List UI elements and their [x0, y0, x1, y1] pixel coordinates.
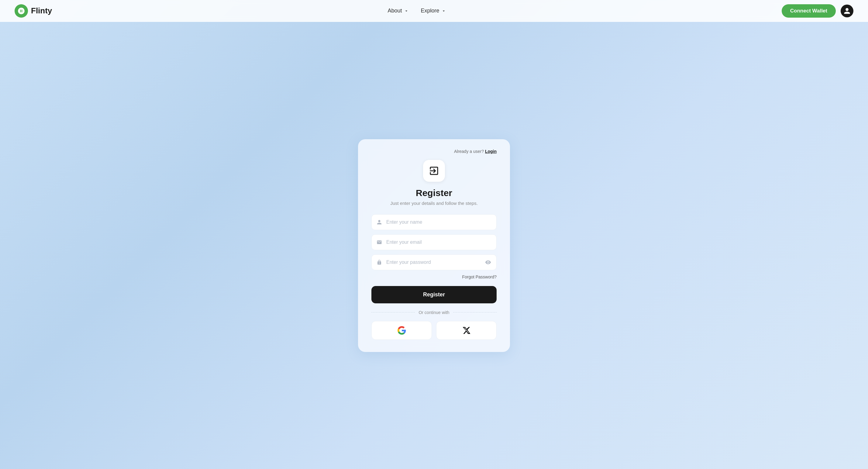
already-user-text: Already a user? Login	[454, 149, 497, 154]
flinty-icon	[17, 7, 25, 15]
register-icon-wrapper	[371, 160, 497, 182]
user-icon	[843, 7, 851, 14]
logo-text: Flinty	[31, 6, 52, 15]
google-button[interactable]	[371, 321, 432, 340]
register-icon-box	[423, 160, 445, 182]
logo[interactable]: Flinty	[14, 4, 52, 18]
divider-line-left	[371, 312, 415, 312]
main-content: Already a user? Login Register Just ente…	[0, 22, 868, 469]
navbar: Flinty About Explore Connect Wallet	[0, 0, 868, 22]
envelope-icon	[377, 240, 382, 245]
explore-nav-item[interactable]: Explore	[421, 8, 446, 14]
toggle-password-button[interactable]	[485, 259, 492, 266]
password-input[interactable]	[371, 254, 497, 270]
divider-text: Or continue with	[418, 310, 449, 315]
x-twitter-icon	[462, 326, 471, 335]
explore-chevron-icon	[441, 8, 446, 13]
google-icon	[398, 326, 406, 335]
about-chevron-icon	[404, 8, 409, 13]
name-icon	[376, 219, 382, 225]
connect-wallet-button[interactable]: Connect Wallet	[782, 4, 836, 18]
nav-center: About Explore	[388, 8, 446, 14]
register-card: Already a user? Login Register Just ente…	[358, 139, 510, 352]
twitter-x-button[interactable]	[436, 321, 497, 340]
eye-icon	[485, 259, 491, 265]
nav-right: Connect Wallet	[782, 4, 854, 18]
login-link[interactable]: Login	[485, 149, 497, 154]
name-input[interactable]	[371, 214, 497, 230]
forgot-password-link[interactable]: Forgot Password?	[462, 275, 497, 279]
person-icon	[377, 219, 382, 225]
about-nav-item[interactable]: About	[388, 8, 409, 14]
forgot-password-wrap: Forgot Password?	[371, 275, 497, 279]
about-label: About	[388, 8, 402, 14]
card-top-bar: Already a user? Login	[371, 149, 497, 154]
social-buttons	[371, 321, 497, 340]
divider-line-right	[453, 312, 497, 312]
register-button[interactable]: Register	[371, 286, 497, 303]
email-input-wrap	[371, 234, 497, 250]
logo-icon	[14, 4, 28, 18]
card-subtitle: Just enter your details and follow the s…	[371, 200, 497, 206]
padlock-icon	[377, 259, 382, 265]
email-input[interactable]	[371, 234, 497, 250]
lock-icon	[376, 259, 382, 265]
divider: Or continue with	[371, 310, 497, 315]
password-input-wrap	[371, 254, 497, 270]
email-icon	[376, 239, 382, 245]
explore-label: Explore	[421, 8, 439, 14]
name-input-wrap	[371, 214, 497, 230]
register-arrow-icon	[429, 165, 439, 176]
card-title: Register	[371, 188, 497, 198]
user-avatar[interactable]	[841, 5, 854, 17]
